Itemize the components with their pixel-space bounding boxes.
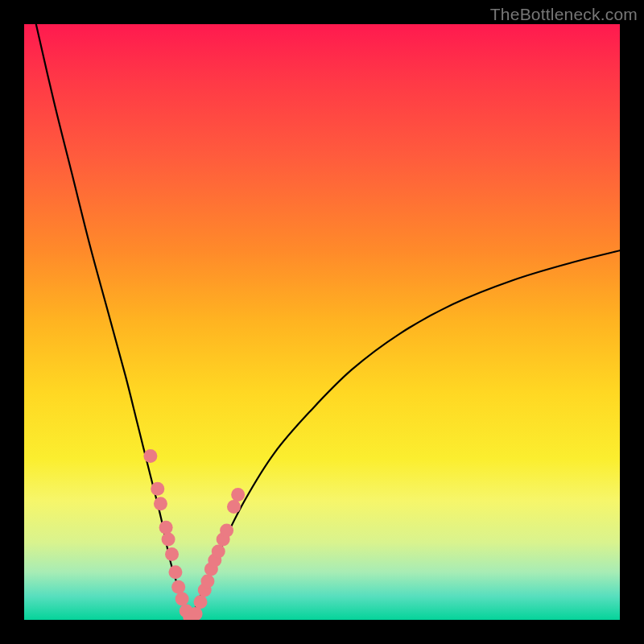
data-dot xyxy=(227,500,241,514)
plot-frame xyxy=(24,24,620,620)
data-dot xyxy=(200,574,214,588)
data-dot xyxy=(154,497,167,510)
data-dot xyxy=(168,565,182,579)
data-dot xyxy=(165,547,179,561)
data-dot xyxy=(151,482,164,496)
data-dot xyxy=(159,521,173,535)
data-dot xyxy=(194,595,208,609)
data-dot xyxy=(231,488,245,502)
data-dot xyxy=(175,592,189,606)
data-dot xyxy=(220,524,233,538)
data-dot xyxy=(171,580,185,594)
data-dot xyxy=(162,533,175,547)
scatter-dots xyxy=(143,449,245,620)
data-dot xyxy=(143,449,157,463)
watermark-text: TheBottleneck.com xyxy=(490,5,638,24)
dots-svg xyxy=(24,24,620,620)
data-dot xyxy=(212,544,225,558)
